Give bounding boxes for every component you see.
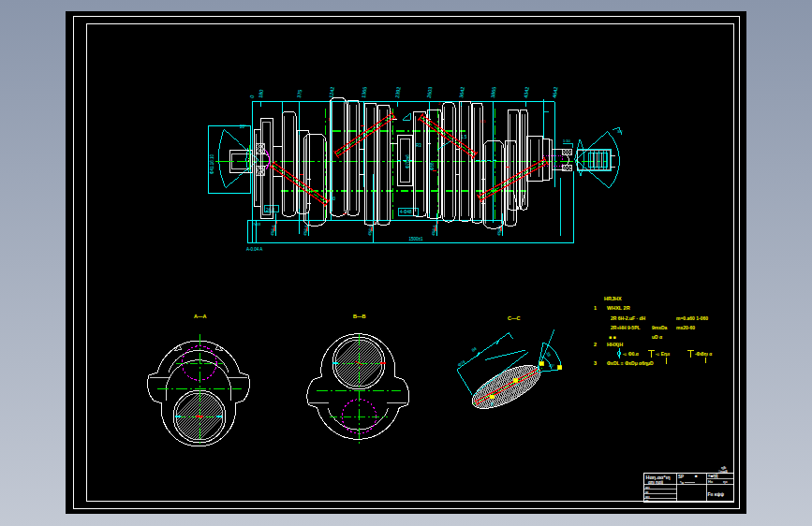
svg-text:C—C: C—C xyxy=(508,315,520,321)
svg-text:αηι ηαĳ: αηι ηαĳ xyxy=(648,480,664,485)
svg-text:B—B: B—B xyxy=(353,314,365,319)
svg-text:Φ41.16:10: Φ41.16:10 xyxy=(210,153,214,174)
svg-text:HHXjH: HHXjH xyxy=(607,342,623,347)
svg-text:2: 2 xyxy=(594,342,597,347)
svg-text:30: 30 xyxy=(331,197,336,201)
svg-text:9mxDa: 9mxDa xyxy=(652,325,668,330)
svg-text:0.5: 0.5 xyxy=(480,119,486,124)
svg-text:Hιι: Hιι xyxy=(708,479,713,484)
svg-text:≡■ηĳ: ≡■ηĳ xyxy=(708,474,718,478)
svg-text:1: 1 xyxy=(594,305,597,311)
svg-text:αι: αι xyxy=(645,490,648,494)
svg-text:R3: R3 xyxy=(416,143,421,148)
svg-text:SP: SP xyxy=(678,475,684,479)
svg-text:1500±1: 1500±1 xyxy=(409,237,423,241)
svg-text:4-Φ48: 4-Φ48 xyxy=(400,210,412,214)
svg-text:uD α: uD α xyxy=(652,334,663,340)
svg-text:375: 375 xyxy=(296,89,303,98)
svg-text:2R 6H-2.uF · dH: 2R 6H-2.uF · dH xyxy=(611,315,646,321)
svg-text:ηιι: ηιι xyxy=(723,479,728,484)
svg-text:-Φι8ηι α: -Φι8ηι α xyxy=(695,352,712,357)
svg-text:αι: αι xyxy=(645,499,648,503)
svg-text:mx20-60: mx20-60 xyxy=(676,325,695,330)
svg-text:Fιι κψψ: Fιι κψψ xyxy=(708,491,725,497)
svg-text:A-0.04 A: A-0.04 A xyxy=(246,247,262,252)
svg-text:30°: 30° xyxy=(617,129,623,134)
svg-text:1:10: 1:10 xyxy=(563,139,571,143)
svg-text:■ ■: ■ ■ xyxy=(609,334,615,340)
svg-text:ηβι: ηβι xyxy=(721,466,726,470)
svg-text:3: 3 xyxy=(594,360,597,366)
svg-text:ΦxDL ≡ ΦxDμ α6ημD: ΦxDL ≡ ΦxDμ α6ημD xyxy=(607,360,654,366)
svg-text:-≡ Φ0.α: -≡ Φ0.α xyxy=(623,352,639,357)
svg-text:12: 12 xyxy=(515,382,520,387)
svg-text:*α: *α xyxy=(680,480,685,485)
svg-text:20°: 20° xyxy=(240,124,246,129)
svg-text:■: ■ xyxy=(695,474,698,478)
svg-text:αιι: αιι xyxy=(645,486,649,489)
svg-text:m=0.a60 1-060: m=0.a60 1-060 xyxy=(676,315,708,321)
svg-text:Φ58: Φ58 xyxy=(430,162,435,170)
svg-text:2R+HH 9-5PL: 2R+HH 9-5PL xyxy=(611,325,641,330)
svg-text:αιι: αιι xyxy=(645,495,649,499)
svg-text:HRJHX: HRJHX xyxy=(604,296,622,301)
svg-text:7x03: 7x03 xyxy=(253,223,260,226)
svg-text:Φ70m6: Φ70m6 xyxy=(406,154,410,168)
svg-text:A—A: A—A xyxy=(194,314,206,319)
svg-text:1.5: 1.5 xyxy=(461,135,467,139)
svg-text:45°: 45° xyxy=(549,363,554,368)
svg-text:WHXL 2R: WHXL 2R xyxy=(607,305,630,311)
svg-text:-≡ Eηɹι: -≡ Eηɹι xyxy=(656,352,671,357)
svg-text:180: 180 xyxy=(258,89,264,98)
